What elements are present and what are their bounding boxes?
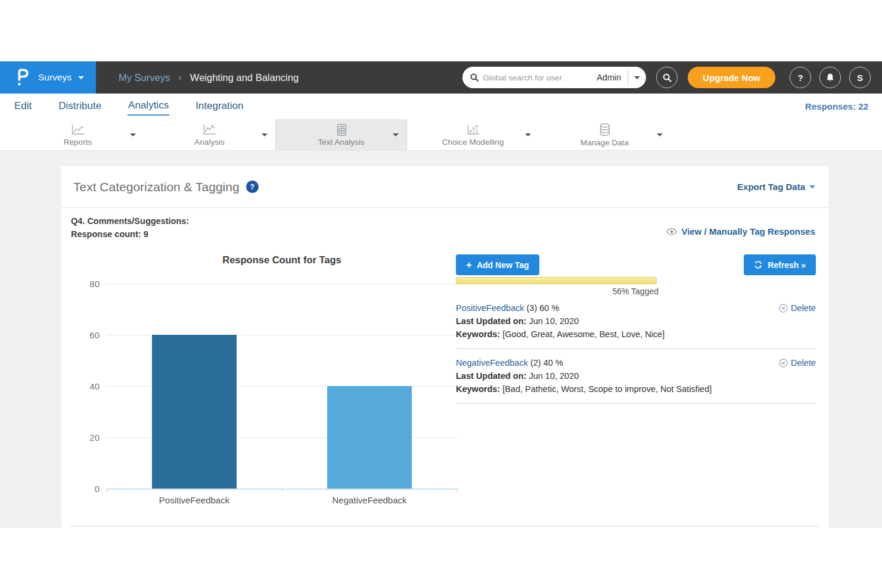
tab-dropdown-caret[interactable]: [130, 133, 136, 136]
chart-title: Response Count for Tags: [107, 254, 457, 266]
breadcrumb-parent-link[interactable]: My Surveys: [119, 72, 170, 83]
chevron-down-icon: [78, 76, 84, 79]
tab-dropdown-caret[interactable]: [525, 133, 531, 136]
upgrade-now-button[interactable]: Upgrade Now: [688, 67, 775, 88]
tab-reports[interactable]: Reports: [12, 119, 144, 150]
line-chart-icon: [70, 123, 86, 136]
survey-nav: Edit Distribute Analytics Integration Re…: [0, 94, 882, 119]
tab-dropdown-caret[interactable]: [393, 133, 399, 136]
tag-updated-line: Last Updated on:Jun 10, 2020: [456, 369, 816, 382]
tag-updated-label: Last Updated on:: [456, 371, 526, 381]
tab-analysis[interactable]: Analysis: [144, 119, 275, 150]
bars: [107, 284, 457, 489]
refresh-button[interactable]: Refresh »: [744, 254, 816, 275]
notifications-button[interactable]: [819, 67, 841, 88]
scatter-chart-icon: [465, 123, 481, 136]
tag-updated-label: Last Updated on:: [456, 316, 526, 326]
divider: [456, 403, 816, 404]
delete-tag-link[interactable]: Delete: [779, 301, 816, 315]
plus-icon: +: [466, 260, 472, 270]
x-axis-tick: [107, 489, 107, 492]
delete-tag-link[interactable]: Delete: [779, 356, 816, 369]
nav-item-distribute[interactable]: Distribute: [58, 98, 102, 115]
tab-label: Manage Data: [580, 138, 629, 147]
tab-label: Text Analysis: [318, 138, 364, 147]
questionpro-logo-icon: [15, 66, 29, 89]
question-label: Q4. Comments/Suggestions:: [71, 214, 189, 228]
content-area: Text Categorization & Tagging ? Export T…: [0, 151, 882, 528]
top-navbar: Surveys My Surveys › Weighting and Balan…: [0, 61, 882, 94]
tag-title-line: NegativeFeedback (2) 40 %: [456, 356, 816, 369]
analytics-toolbar: Reports Analysis Text Analysis: [0, 119, 882, 151]
help-icon[interactable]: ?: [246, 181, 259, 193]
product-menu[interactable]: Surveys: [0, 61, 96, 94]
tag-keywords-label: Keywords:: [456, 384, 500, 394]
question-mark-icon: ?: [797, 73, 803, 83]
global-search: Admin: [462, 67, 646, 88]
bar-slot: [282, 284, 457, 489]
page-title: Text Categorization & Tagging: [73, 180, 240, 194]
panel-header: Text Categorization & Tagging ? Export T…: [61, 166, 828, 208]
nav-item-edit[interactable]: Edit: [14, 98, 32, 115]
tab-label: Choice Modelling: [442, 138, 504, 147]
delete-label: Delete: [791, 301, 816, 315]
tag-updated-value: Jun 10, 2020: [529, 316, 579, 326]
circle-x-icon: [779, 359, 788, 368]
tag-updated-value: Jun 10, 2020: [529, 371, 579, 381]
search-icon: [470, 73, 479, 82]
tag-count: (2): [530, 358, 541, 368]
y-axis-tick-label: 0: [76, 484, 100, 494]
tag-percent: 60 %: [539, 303, 559, 313]
tag-item: PositiveFeedback (3) 60 % Last Updated o…: [456, 301, 816, 341]
database-icon: [598, 123, 612, 137]
tagged-progress-fill: [456, 278, 656, 284]
divider: [70, 526, 820, 527]
delete-label: Delete: [791, 356, 816, 369]
divider: [456, 349, 816, 349]
tab-dropdown-caret[interactable]: [657, 133, 663, 136]
tag-name-link[interactable]: PositiveFeedback: [456, 303, 524, 313]
refresh-icon: [754, 260, 763, 269]
view-manually-tag-link[interactable]: View / Manually Tag Responses: [666, 226, 815, 237]
nav-item-analytics[interactable]: Analytics: [128, 98, 169, 116]
user-avatar[interactable]: S: [849, 67, 871, 88]
bell-icon: [825, 73, 835, 83]
add-new-tag-button[interactable]: + Add New Tag: [456, 254, 539, 275]
tag-percent: 40 %: [544, 358, 563, 368]
search-scope-dropdown[interactable]: [628, 67, 646, 88]
breadcrumb-separator: ›: [178, 71, 182, 83]
bar-NegativeFeedback[interactable]: [327, 386, 412, 489]
question-row: Q4. Comments/Suggestions: Response count…: [61, 208, 828, 241]
search-button[interactable]: [656, 67, 678, 88]
x-axis-tick: [282, 489, 282, 492]
tab-manage-data[interactable]: Manage Data: [539, 119, 670, 150]
help-button[interactable]: ?: [790, 67, 811, 88]
y-axis-tick-label: 80: [76, 279, 100, 289]
tag-keywords-line: Keywords:[Good, Great, Awesome, Best, Lo…: [456, 328, 816, 341]
x-axis-tick: [457, 489, 458, 492]
search-icon: [662, 73, 672, 83]
export-tag-data-dropdown[interactable]: Export Tag Data: [737, 182, 815, 192]
tag-name-link[interactable]: NegativeFeedback: [456, 358, 528, 368]
tab-choice-modelling[interactable]: Choice Modelling: [407, 119, 539, 150]
analysis-chart-icon: [202, 123, 218, 136]
tab-dropdown-caret[interactable]: [262, 133, 268, 136]
tagged-progress-bar: [456, 277, 657, 284]
x-axis-category-label: PositiveFeedback: [107, 495, 282, 505]
tag-item: NegativeFeedback (2) 40 % Last Updated o…: [456, 356, 816, 396]
nav-item-integration[interactable]: Integration: [195, 98, 244, 115]
tag-title-line: PositiveFeedback (3) 60 %: [456, 301, 816, 315]
view-manually-tag-label: View / Manually Tag Responses: [681, 226, 815, 237]
responses-count: Responses: 22: [805, 101, 868, 111]
breadcrumb: My Surveys › Weighting and Balancing: [119, 71, 299, 83]
eye-icon: [666, 228, 677, 235]
bar-PositiveFeedback[interactable]: [152, 335, 237, 489]
bar-chart-plot: 020406080PositiveFeedbackNegativeFeedbac…: [107, 284, 457, 490]
tagged-percent-label: 56% Tagged: [456, 287, 659, 296]
y-axis-tick-label: 20: [76, 433, 100, 443]
search-input[interactable]: [479, 73, 597, 82]
tab-text-analysis[interactable]: Text Analysis: [275, 119, 407, 150]
tag-count: (3): [526, 303, 537, 313]
export-tag-data-label: Export Tag Data: [737, 182, 805, 192]
chevron-down-icon: [809, 185, 815, 189]
